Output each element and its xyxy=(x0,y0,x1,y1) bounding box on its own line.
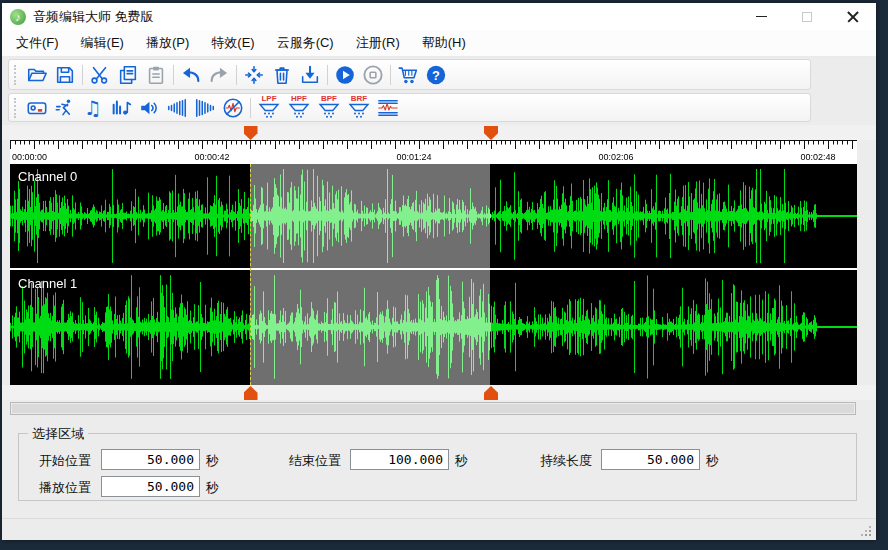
trash-icon xyxy=(271,64,293,86)
end-position-unit: 秒 xyxy=(455,452,468,470)
buy-button[interactable] xyxy=(394,62,422,88)
fade-in-icon xyxy=(166,97,188,119)
menu-play[interactable]: 播放(P) xyxy=(135,30,200,56)
band-pass-filter-button[interactable]: BPF xyxy=(314,94,344,121)
timeline-ruler[interactable]: 00:00:0000:00:4200:01:2400:02:0600:02:48 xyxy=(10,140,857,164)
stop-icon xyxy=(362,64,384,86)
high-pass-filter-button[interactable]: HPF xyxy=(284,94,314,121)
window-controls xyxy=(738,3,876,30)
cut-icon xyxy=(89,64,111,86)
stop-button[interactable] xyxy=(359,62,387,88)
horizontal-scrollbar[interactable] xyxy=(10,402,856,415)
svg-text:?: ? xyxy=(432,67,440,82)
insert-audio-button[interactable] xyxy=(296,62,324,88)
selection-end-marker-top[interactable] xyxy=(484,126,498,140)
toolbar-separator xyxy=(236,65,237,85)
selection-marker-strip-bottom xyxy=(2,385,876,400)
runner-icon xyxy=(54,97,76,119)
minimize-icon xyxy=(756,16,767,17)
menu-register[interactable]: 注册(R) xyxy=(345,30,411,56)
music-notes-icon: ♫ xyxy=(84,98,102,118)
ruler-time-label: 00:02:48 xyxy=(801,152,836,162)
menu-file[interactable]: 文件(F) xyxy=(5,30,70,56)
resize-grip[interactable] xyxy=(861,526,871,536)
ruler-ticks xyxy=(10,140,857,153)
band-reject-filter-button[interactable]: BRF xyxy=(344,94,374,121)
selection-marker-strip-top xyxy=(2,125,876,140)
equalizer-button[interactable] xyxy=(107,95,135,121)
selection-start-marker-bottom[interactable] xyxy=(244,386,258,400)
toolbar-separator xyxy=(250,98,251,118)
title-bar: ♪ 音频编辑大师 免费版 xyxy=(2,3,876,30)
menu-effects[interactable]: 特效(E) xyxy=(200,30,265,56)
copy-button[interactable] xyxy=(114,62,142,88)
menu-help[interactable]: 帮助(H) xyxy=(411,30,477,56)
paste-button[interactable] xyxy=(142,62,170,88)
play-button[interactable] xyxy=(331,62,359,88)
help-button[interactable]: ? xyxy=(422,62,450,88)
fade-out-icon xyxy=(194,97,216,119)
selection-end-marker-bottom[interactable] xyxy=(484,386,498,400)
fade-out-button[interactable] xyxy=(191,95,219,121)
redo-button[interactable] xyxy=(205,62,233,88)
speaker-icon xyxy=(138,97,160,119)
save-file-button[interactable] xyxy=(51,62,79,88)
end-position-label: 结束位置 xyxy=(289,452,341,470)
volume-button[interactable] xyxy=(135,95,163,121)
waveform-display[interactable]: Channel 0 Channel 1 xyxy=(10,164,857,385)
insert-music-button[interactable]: ♫ xyxy=(79,95,107,121)
toolbar-region: ? ♫ xyxy=(2,57,876,125)
maximize-button[interactable] xyxy=(784,3,830,30)
brf-label: BRF xyxy=(351,95,367,103)
menu-edit[interactable]: 编辑(E) xyxy=(70,30,135,56)
start-position-label: 开始位置 xyxy=(39,452,91,470)
groupbox-title: 选择区域 xyxy=(28,425,88,443)
waveform-canvas[interactable] xyxy=(10,164,857,385)
paste-icon xyxy=(145,64,167,86)
high-pass-filter-icon xyxy=(288,103,310,120)
spectrum-button[interactable] xyxy=(374,95,402,121)
band-pass-filter-icon xyxy=(318,103,340,120)
duration-input[interactable] xyxy=(601,449,700,470)
denoise-icon xyxy=(222,97,244,119)
delete-button[interactable] xyxy=(268,62,296,88)
menu-cloud[interactable]: 云服务(C) xyxy=(266,30,345,56)
selection-start-marker-top[interactable] xyxy=(244,126,258,140)
playhead-line[interactable] xyxy=(250,164,251,385)
low-pass-filter-button[interactable]: LPF xyxy=(254,94,284,121)
toolbar-main: ? xyxy=(8,59,811,90)
duration-label: 持续长度 xyxy=(540,452,592,470)
toolbar-effects: ♫ LPF xyxy=(8,93,811,122)
close-button[interactable] xyxy=(830,3,876,30)
channel-1-label: Channel 1 xyxy=(18,276,77,291)
recorder-icon xyxy=(26,97,48,119)
play-position-unit: 秒 xyxy=(206,479,219,497)
app-window: ♪ 音频编辑大师 免费版 文件(F) 编辑(E) 播放(P) 特效(E) 云服务… xyxy=(2,3,876,540)
toolbar-drag-handle[interactable] xyxy=(14,65,18,85)
toolbar-drag-handle[interactable] xyxy=(14,98,18,118)
trim-selection-button[interactable] xyxy=(240,62,268,88)
save-icon xyxy=(54,64,76,86)
fade-in-button[interactable] xyxy=(163,95,191,121)
close-icon xyxy=(847,11,859,23)
download-icon xyxy=(299,64,321,86)
scrollbar-thumb[interactable] xyxy=(12,404,854,413)
desktop-background: ♪ 音频编辑大师 免费版 文件(F) 编辑(E) 播放(P) 特效(E) 云服务… xyxy=(0,0,888,550)
toolbar-separator xyxy=(327,65,328,85)
play-position-input[interactable] xyxy=(101,476,200,497)
start-position-input[interactable] xyxy=(101,449,200,470)
maximize-icon xyxy=(802,12,812,22)
cut-button[interactable] xyxy=(86,62,114,88)
app-icon: ♪ xyxy=(10,9,26,25)
minimize-button[interactable] xyxy=(738,3,784,30)
recorder-button[interactable] xyxy=(23,95,51,121)
denoise-button[interactable] xyxy=(219,95,247,121)
play-position-label: 播放位置 xyxy=(39,479,91,497)
speed-change-button[interactable] xyxy=(51,95,79,121)
selection-region-groupbox: 选择区域 开始位置 秒 结束位置 秒 持续长度 秒 播放位置 秒 xyxy=(18,433,857,501)
hpf-label: HPF xyxy=(291,95,307,103)
open-file-button[interactable] xyxy=(23,62,51,88)
menu-bar: 文件(F) 编辑(E) 播放(P) 特效(E) 云服务(C) 注册(R) 帮助(… xyxy=(2,30,876,57)
undo-button[interactable] xyxy=(177,62,205,88)
end-position-input[interactable] xyxy=(350,449,449,470)
